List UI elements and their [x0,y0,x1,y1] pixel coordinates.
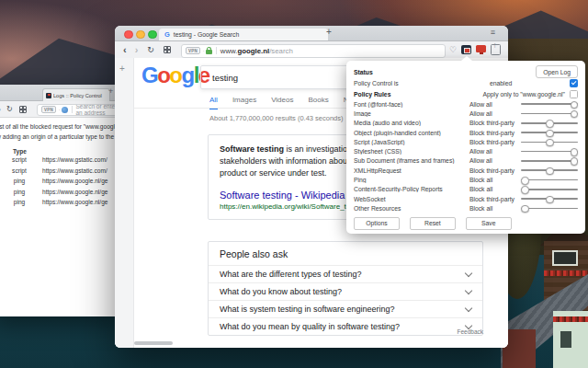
rule-row-other: Other Resources Block all [346,203,585,213]
rule-slider[interactable] [521,167,578,174]
open-log-button[interactable]: Open Log [536,65,578,78]
vpn-badge[interactable]: VPN [186,47,200,54]
feedback-link[interactable]: Feedback [208,328,483,335]
rule-slider[interactable] [521,120,578,127]
policy-rules-row: Policy Rules Apply only to "www.google.n… [346,88,585,99]
tab-google-search[interactable]: G testing - Google Search [159,29,328,40]
chevron-down-icon [465,304,472,311]
bookmark-heart-icon[interactable]: ♡ [449,44,457,55]
policy-control-extension-icon[interactable] [461,45,471,54]
log-url: https://www.google.nl/ge [42,178,107,184]
slider-thumb[interactable] [546,120,554,128]
log-type: ping [7,189,31,195]
reset-button[interactable]: Reset [410,217,456,230]
rule-value: Block third-party [469,130,521,136]
slider-thumb[interactable] [571,157,579,166]
slider-thumb[interactable] [571,110,579,119]
slider-thumb[interactable] [546,196,554,204]
slider-thumb[interactable] [521,205,529,213]
mint-house [553,311,588,368]
rule-slider[interactable] [521,186,578,193]
rule-slider[interactable] [521,138,578,145]
reload-icon[interactable]: ↻ [6,105,13,113]
sidebar-add-icon[interactable]: + [119,63,125,74]
paa-question[interactable]: What do you know about testing? [209,282,482,300]
new-tab-button[interactable]: + [326,27,332,37]
vpn-badge[interactable]: VPN [41,106,56,113]
tab-tiles-icon[interactable] [19,106,27,113]
rule-slider[interactable] [521,177,578,184]
horizontal-scrollbar-thumb[interactable] [134,341,173,345]
flower-box [544,270,588,276]
rule-slider[interactable] [521,109,578,117]
new-tab-button[interactable]: + [108,86,113,96]
tab-logs-policy-control[interactable]: Logs :: Policy Control [42,88,110,101]
logs-window: Logs :: Policy Control + › ↻ VPN · Searc… [0,85,121,316]
rule-slider[interactable] [521,204,578,212]
log-url: https://www.google.nl/ge [42,199,107,205]
globe-icon [62,107,68,113]
rule-row-font: Font (@font-face) Allow all [346,99,585,109]
menu-icon[interactable]: ≡ [491,28,495,37]
options-button[interactable]: Options [354,217,400,230]
rule-label: Other Resources [354,205,469,212]
rule-row-ping: Ping Block all [346,175,585,184]
tab-title: Logs :: Policy Control [53,93,102,98]
rule-slider[interactable] [521,100,578,108]
close-window-button[interactable] [124,30,133,40]
tab-bar: G testing - Google Search + ≡ [115,26,508,41]
forward-icon[interactable]: › [135,44,139,55]
slider-thumb[interactable] [571,148,579,156]
screen-extension-icon[interactable] [476,45,486,52]
slider-thumb[interactable] [546,167,554,176]
logs-toolbar: › ↻ VPN · Search or enter an address [0,101,121,118]
rule-value: Block all [469,186,521,192]
log-type: ping [7,199,31,205]
popup-button-row: Options Reset Save [346,217,585,230]
rule-value: Allow all [469,101,521,108]
address-bar[interactable]: VPN · Search or enter an address [37,104,119,116]
apply-only-checkbox[interactable] [570,90,578,98]
rule-row-csp-reports: Content-Security-Policy Reports Block al… [346,185,585,194]
enabled-checkbox[interactable] [570,79,578,87]
logs-description-line1: List of all the blocked request for "www… [0,123,121,130]
separator-dot: · [203,48,205,53]
address-bar[interactable]: VPN · www.google.nl/search [181,44,446,58]
rule-label: Stylesheet (CSS) [354,148,469,155]
page-url: www.google.nl/search [220,47,293,55]
rule-value: Allow all [469,110,521,117]
type-column-header: Type [13,148,27,155]
rule-slider[interactable] [521,157,578,165]
google-favicon: G [164,30,170,39]
policy-control-popup: Status Open Log Policy Control is enable… [346,61,585,234]
slider-thumb[interactable] [546,130,554,138]
paa-question[interactable]: What is system testing in software engin… [209,300,482,317]
slider-thumb[interactable] [521,186,529,194]
slider-thumb[interactable] [521,177,529,185]
rule-value: Block third-party [469,167,521,174]
zoom-window-button[interactable] [148,30,157,40]
share-icon[interactable] [491,44,501,55]
mint-house-window [560,331,571,348]
log-type: script [7,167,31,174]
minimize-window-button[interactable] [136,30,145,40]
rule-value: Block all [469,177,521,183]
rule-slider[interactable] [521,129,578,136]
policy-control-extension-icon [46,93,51,98]
logs-description-line2: by adding an origin of a particular type… [0,133,121,140]
slider-thumb[interactable] [571,101,579,109]
rule-row-image: Image Allow all [346,109,585,118]
reload-icon[interactable]: ↻ [147,45,154,54]
rule-row-xmlhttprequest: XMLHttpRequest Block third-party [346,166,585,175]
result-stats: About 1,770,000,000 results (0.43 second… [209,114,344,122]
back-icon[interactable]: ‹ [123,44,127,55]
forward-icon[interactable]: › [0,105,1,114]
rule-label: XMLHttpRequest [354,167,469,174]
rule-slider[interactable] [521,148,578,155]
rule-row-object: Object (plugin-handled content) Block th… [346,128,585,137]
slider-thumb[interactable] [546,139,554,147]
save-button[interactable]: Save [466,217,512,230]
rule-slider[interactable] [521,195,578,202]
paa-question[interactable]: What are the different types of testing? [209,265,482,282]
tab-tiles-icon[interactable] [164,46,171,53]
